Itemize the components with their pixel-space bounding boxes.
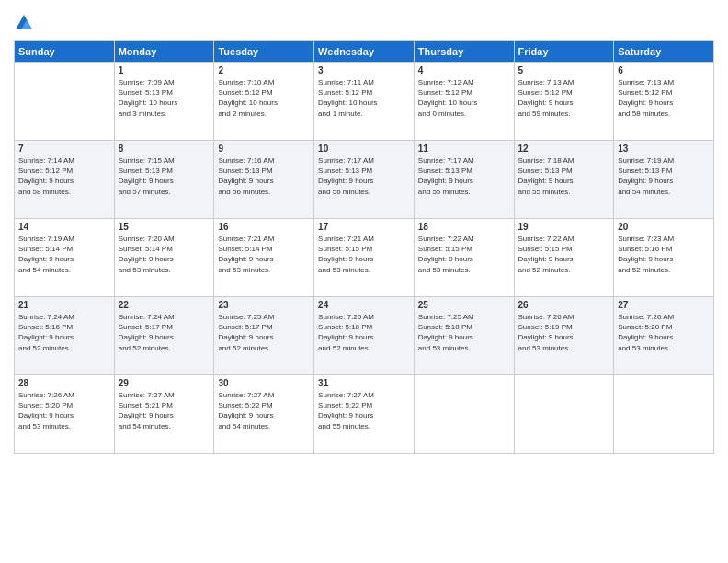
day-number: 31 bbox=[318, 378, 410, 388]
day-number: 1 bbox=[119, 65, 210, 75]
day-info: Sunrise: 7:20 AMSunset: 5:14 PMDaylight:… bbox=[119, 234, 210, 275]
header bbox=[14, 9, 714, 33]
day-info: Sunrise: 7:27 AMSunset: 5:22 PMDaylight:… bbox=[218, 390, 310, 431]
calendar-cell: 11Sunrise: 7:17 AMSunset: 5:13 PMDayligh… bbox=[414, 141, 514, 219]
calendar-cell: 7Sunrise: 7:14 AMSunset: 5:12 PMDaylight… bbox=[15, 141, 115, 219]
day-number: 5 bbox=[518, 65, 610, 75]
calendar-cell: 13Sunrise: 7:19 AMSunset: 5:13 PMDayligh… bbox=[614, 141, 714, 219]
day-number: 30 bbox=[218, 378, 310, 388]
calendar-week-row: 21Sunrise: 7:24 AMSunset: 5:16 PMDayligh… bbox=[15, 297, 714, 375]
day-of-week-header: Tuesday bbox=[214, 41, 314, 63]
calendar-cell: 29Sunrise: 7:27 AMSunset: 5:21 PMDayligh… bbox=[114, 375, 214, 454]
calendar-table: SundayMondayTuesdayWednesdayThursdayFrid… bbox=[14, 40, 714, 454]
day-info: Sunrise: 7:21 AMSunset: 5:15 PMDaylight:… bbox=[318, 234, 410, 275]
calendar-cell: 31Sunrise: 7:27 AMSunset: 5:22 PMDayligh… bbox=[314, 375, 415, 454]
day-number: 8 bbox=[119, 144, 210, 154]
calendar-cell: 5Sunrise: 7:13 AMSunset: 5:12 PMDaylight… bbox=[514, 63, 614, 141]
day-info: Sunrise: 7:17 AMSunset: 5:13 PMDaylight:… bbox=[318, 155, 410, 197]
day-number: 13 bbox=[618, 144, 710, 154]
day-info: Sunrise: 7:16 AMSunset: 5:13 PMDaylight:… bbox=[218, 155, 310, 197]
day-info: Sunrise: 7:23 AMSunset: 5:16 PMDaylight:… bbox=[618, 234, 710, 275]
day-info: Sunrise: 7:19 AMSunset: 5:13 PMDaylight:… bbox=[618, 155, 710, 197]
day-info: Sunrise: 7:27 AMSunset: 5:21 PMDaylight:… bbox=[119, 390, 210, 431]
day-info: Sunrise: 7:25 AMSunset: 5:18 PMDaylight:… bbox=[418, 312, 510, 353]
calendar-cell: 2Sunrise: 7:10 AMSunset: 5:12 PMDaylight… bbox=[214, 63, 314, 141]
calendar-cell bbox=[15, 63, 115, 141]
calendar-cell: 15Sunrise: 7:20 AMSunset: 5:14 PMDayligh… bbox=[114, 219, 214, 297]
calendar-cell: 17Sunrise: 7:21 AMSunset: 5:15 PMDayligh… bbox=[314, 219, 415, 297]
calendar-cell: 9Sunrise: 7:16 AMSunset: 5:13 PMDaylight… bbox=[214, 141, 314, 219]
calendar-week-row: 7Sunrise: 7:14 AMSunset: 5:12 PMDaylight… bbox=[15, 141, 714, 219]
day-info: Sunrise: 7:10 AMSunset: 5:12 PMDaylight:… bbox=[218, 77, 310, 119]
calendar-cell: 24Sunrise: 7:25 AMSunset: 5:18 PMDayligh… bbox=[314, 297, 415, 375]
day-number: 27 bbox=[618, 300, 710, 310]
calendar-cell: 26Sunrise: 7:26 AMSunset: 5:19 PMDayligh… bbox=[514, 297, 614, 375]
day-number: 7 bbox=[18, 144, 110, 154]
day-of-week-header: Friday bbox=[514, 41, 614, 63]
day-of-week-header: Wednesday bbox=[314, 41, 415, 63]
day-number: 24 bbox=[318, 300, 410, 310]
calendar-cell: 1Sunrise: 7:09 AMSunset: 5:13 PMDaylight… bbox=[114, 63, 214, 141]
day-info: Sunrise: 7:12 AMSunset: 5:12 PMDaylight:… bbox=[418, 77, 510, 119]
calendar-week-row: 1Sunrise: 7:09 AMSunset: 5:13 PMDaylight… bbox=[15, 63, 714, 141]
day-number: 4 bbox=[418, 65, 510, 75]
day-number: 19 bbox=[518, 222, 610, 232]
day-info: Sunrise: 7:13 AMSunset: 5:12 PMDaylight:… bbox=[618, 77, 710, 119]
calendar-cell: 16Sunrise: 7:21 AMSunset: 5:14 PMDayligh… bbox=[214, 219, 314, 297]
day-info: Sunrise: 7:21 AMSunset: 5:14 PMDaylight:… bbox=[218, 234, 310, 275]
calendar-cell: 23Sunrise: 7:25 AMSunset: 5:17 PMDayligh… bbox=[214, 297, 314, 375]
logo bbox=[14, 13, 38, 33]
day-number: 23 bbox=[218, 300, 310, 310]
calendar-cell: 20Sunrise: 7:23 AMSunset: 5:16 PMDayligh… bbox=[614, 219, 714, 297]
day-info: Sunrise: 7:18 AMSunset: 5:13 PMDaylight:… bbox=[518, 155, 610, 197]
calendar-cell: 6Sunrise: 7:13 AMSunset: 5:12 PMDaylight… bbox=[614, 63, 714, 141]
day-number: 18 bbox=[418, 222, 510, 232]
day-number: 10 bbox=[318, 144, 410, 154]
day-number: 26 bbox=[518, 300, 610, 310]
day-info: Sunrise: 7:25 AMSunset: 5:17 PMDaylight:… bbox=[218, 312, 310, 353]
day-info: Sunrise: 7:25 AMSunset: 5:18 PMDaylight:… bbox=[318, 312, 410, 353]
day-number: 14 bbox=[18, 222, 110, 232]
calendar-week-row: 28Sunrise: 7:26 AMSunset: 5:20 PMDayligh… bbox=[15, 375, 714, 454]
day-number: 20 bbox=[618, 222, 710, 232]
day-number: 16 bbox=[218, 222, 310, 232]
calendar-cell bbox=[414, 375, 514, 454]
day-number: 17 bbox=[318, 222, 410, 232]
day-number: 15 bbox=[119, 222, 210, 232]
day-number: 21 bbox=[18, 300, 110, 310]
day-info: Sunrise: 7:22 AMSunset: 5:15 PMDaylight:… bbox=[518, 234, 610, 275]
day-number: 2 bbox=[218, 65, 310, 75]
day-number: 28 bbox=[18, 378, 110, 388]
day-info: Sunrise: 7:26 AMSunset: 5:19 PMDaylight:… bbox=[518, 312, 610, 353]
day-of-week-header: Monday bbox=[114, 41, 214, 63]
calendar-week-row: 14Sunrise: 7:19 AMSunset: 5:14 PMDayligh… bbox=[15, 219, 714, 297]
calendar-cell: 21Sunrise: 7:24 AMSunset: 5:16 PMDayligh… bbox=[15, 297, 115, 375]
day-number: 11 bbox=[418, 144, 510, 154]
day-info: Sunrise: 7:09 AMSunset: 5:13 PMDaylight:… bbox=[119, 77, 210, 119]
day-info: Sunrise: 7:24 AMSunset: 5:17 PMDaylight:… bbox=[119, 312, 210, 353]
day-number: 9 bbox=[218, 144, 310, 154]
day-info: Sunrise: 7:11 AMSunset: 5:12 PMDaylight:… bbox=[318, 77, 410, 119]
day-info: Sunrise: 7:27 AMSunset: 5:22 PMDaylight:… bbox=[318, 390, 410, 431]
day-info: Sunrise: 7:15 AMSunset: 5:13 PMDaylight:… bbox=[119, 155, 210, 197]
day-info: Sunrise: 7:22 AMSunset: 5:15 PMDaylight:… bbox=[418, 234, 510, 275]
page: SundayMondayTuesdayWednesdayThursdayFrid… bbox=[0, 0, 728, 563]
calendar-cell: 19Sunrise: 7:22 AMSunset: 5:15 PMDayligh… bbox=[514, 219, 614, 297]
calendar-cell: 3Sunrise: 7:11 AMSunset: 5:12 PMDaylight… bbox=[314, 63, 415, 141]
calendar-cell: 4Sunrise: 7:12 AMSunset: 5:12 PMDaylight… bbox=[414, 63, 514, 141]
day-number: 22 bbox=[119, 300, 210, 310]
calendar-cell: 14Sunrise: 7:19 AMSunset: 5:14 PMDayligh… bbox=[15, 219, 115, 297]
day-of-week-header: Saturday bbox=[614, 41, 714, 63]
calendar-cell: 10Sunrise: 7:17 AMSunset: 5:13 PMDayligh… bbox=[314, 141, 415, 219]
calendar-cell: 12Sunrise: 7:18 AMSunset: 5:13 PMDayligh… bbox=[514, 141, 614, 219]
day-number: 12 bbox=[518, 144, 610, 154]
calendar-cell: 30Sunrise: 7:27 AMSunset: 5:22 PMDayligh… bbox=[214, 375, 314, 454]
calendar-cell: 27Sunrise: 7:26 AMSunset: 5:20 PMDayligh… bbox=[614, 297, 714, 375]
day-number: 6 bbox=[618, 65, 710, 75]
day-number: 29 bbox=[119, 378, 210, 388]
calendar-cell: 22Sunrise: 7:24 AMSunset: 5:17 PMDayligh… bbox=[114, 297, 214, 375]
day-info: Sunrise: 7:13 AMSunset: 5:12 PMDaylight:… bbox=[518, 77, 610, 119]
calendar-cell: 8Sunrise: 7:15 AMSunset: 5:13 PMDaylight… bbox=[114, 141, 214, 219]
day-of-week-header: Thursday bbox=[414, 41, 514, 63]
logo-icon bbox=[14, 13, 34, 33]
